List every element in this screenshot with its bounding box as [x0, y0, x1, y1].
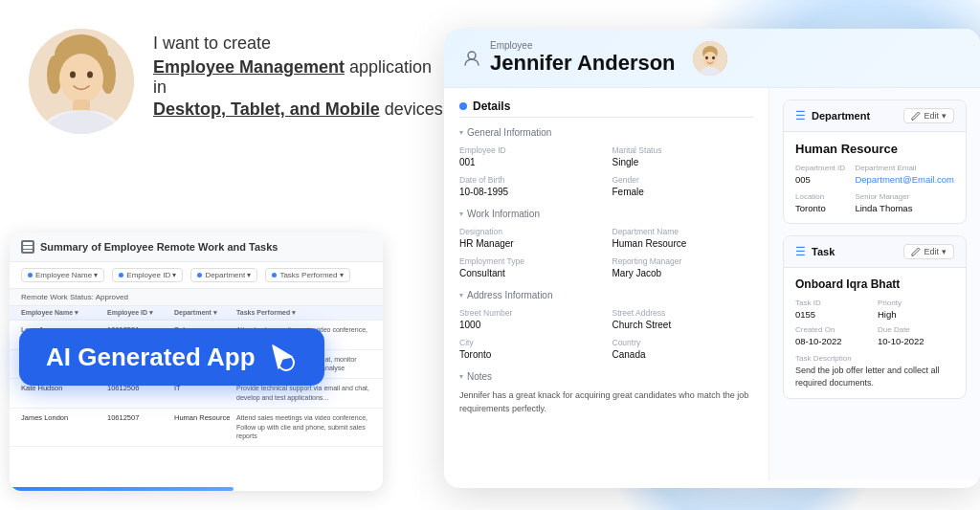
app-name-bold: Employee Management: [153, 57, 345, 77]
dept-id-field: Department ID 005: [795, 164, 847, 185]
gender-value: Female: [612, 187, 754, 197]
employee-label: Employee: [490, 40, 676, 51]
task-card-header: ☰ Task Edit ▾: [784, 236, 966, 268]
subsection-arrow-general: ▾: [459, 128, 463, 137]
address-label: Address Information: [467, 290, 553, 300]
address-subsection[interactable]: ▾ Address Information: [459, 290, 753, 300]
th-tasks: Tasks Performed ▾: [236, 309, 371, 317]
dept-email-field: Department Email Department@Email.com: [855, 164, 954, 185]
employee-header-info: Employee Jennifer Anderson: [490, 40, 676, 76]
emp-type-label: Employment Type: [459, 256, 601, 266]
dept-email-label: Department Email: [855, 164, 954, 172]
street-addr-value: Church Street: [612, 320, 754, 330]
dept-email-value: Department@Email.com: [855, 174, 954, 185]
field-street-num: Street Number 1000: [459, 308, 601, 330]
reporting-label: Reporting Manager: [612, 256, 754, 266]
td-task-3: Provide technical support via email and …: [236, 384, 371, 403]
filter-dot-2: [119, 273, 123, 277]
field-dob: Date of Birth 10-08-1995: [459, 175, 601, 197]
preview-header: Summary of Employee Remote Work and Task…: [10, 233, 383, 262]
status-label: Remote Work Status: Approved: [21, 293, 128, 301]
dob-label: Date of Birth: [459, 175, 601, 185]
notes-subsection[interactable]: ▾ Notes: [459, 371, 753, 382]
street-num-value: 1000: [459, 320, 601, 330]
task-card-body: Onboard Iqra Bhatt Task ID 0155 Priority…: [784, 268, 966, 398]
address-fields: Street Number 1000 Street Address Church…: [459, 308, 753, 360]
details-section-header: Details: [459, 100, 753, 118]
field-street-addr: Street Address Church Street: [612, 308, 754, 330]
filter-department[interactable]: Department ▾: [190, 268, 257, 282]
svg-point-18: [712, 55, 715, 59]
devices-line: Desktop, Tablet, and Mobile devices: [153, 100, 450, 120]
task-fields-grid: Task ID 0155 Priority High Created On 08…: [795, 299, 954, 346]
preview-header-icon: [21, 240, 34, 254]
task-card-title: Task: [812, 246, 835, 257]
preview-progress-bar: [10, 487, 234, 491]
dept-id-label: Department ID: [795, 164, 847, 172]
td-name-4: James London: [21, 413, 107, 423]
filter-dot-4: [272, 273, 277, 277]
task-edit-pencil-icon: [911, 247, 921, 256]
svg-rect-11: [23, 250, 33, 252]
task-desc-value: Send the job offer letter and collect al…: [795, 365, 954, 388]
devices-bold: Desktop, Tablet, and Mobile: [153, 100, 380, 119]
field-designation: Designation HR Manager: [459, 227, 601, 249]
department-edit-arrow: ▾: [942, 111, 947, 121]
work-info-subsection[interactable]: ▾ Work Information: [459, 209, 753, 219]
want-to-text: I want to create: [153, 33, 450, 54]
preview-filters: Employee Name ▾ Employee ID ▾ Department…: [10, 262, 383, 289]
svg-point-4: [59, 54, 103, 103]
dept-name-value: Human Resource: [612, 238, 754, 249]
task-created-label: Created On: [795, 325, 872, 334]
city-value: Toronto: [459, 349, 601, 360]
task-priority-label: Priority: [878, 299, 954, 307]
details-title: Details: [473, 100, 510, 113]
subsection-arrow-notes: ▾: [459, 372, 463, 381]
country-value: Canada: [612, 349, 754, 360]
employee-app-panel: Employee Jennifer Anderson: [444, 29, 980, 488]
task-created-value: 08-10-2022: [795, 336, 872, 346]
filter-label-1: Employee Name ▾: [35, 271, 98, 279]
th-dept: Department ▾: [174, 309, 236, 317]
street-addr-label: Street Address: [612, 308, 754, 318]
filter-label-2: Employee ID ▾: [126, 271, 176, 279]
city-label: City: [459, 338, 601, 347]
task-edit-arrow: ▾: [942, 247, 947, 256]
dob-value: 10-08-1995: [459, 187, 601, 197]
designation-label: Designation: [459, 227, 601, 236]
employee-avatar-photo: [693, 41, 727, 76]
department-name: Human Resource: [795, 142, 954, 156]
subsection-arrow-work: ▾: [459, 210, 463, 218]
filter-label-4: Tasks Performed ▾: [279, 271, 343, 279]
notes-text: Jennifer has a great knack for acquiring…: [459, 389, 753, 415]
task-edit-button[interactable]: Edit ▾: [903, 244, 954, 259]
avatar: [29, 29, 134, 134]
field-gender: Gender Female: [612, 175, 754, 197]
filter-dot-1: [28, 273, 33, 277]
gender-label: Gender: [612, 175, 754, 185]
field-emp-type: Employment Type Consultant: [459, 256, 601, 278]
emp-id-label: Employee ID: [459, 145, 601, 155]
department-edit-button[interactable]: Edit ▾: [903, 108, 954, 123]
general-info-subsection[interactable]: ▾ General Information: [459, 127, 753, 138]
employee-name: Jennifer Anderson: [490, 51, 676, 76]
intro-text: I want to create Employee Management app…: [153, 29, 450, 120]
field-country: Country Canada: [612, 338, 754, 360]
task-description-field: Task Description Send the job offer lett…: [795, 354, 954, 388]
department-card-title: Department: [812, 110, 870, 122]
preview-table-header: Employee Name ▾ Employee ID ▾ Department…: [10, 306, 383, 321]
employee-header: Employee Jennifer Anderson: [444, 29, 980, 88]
filter-dot-3: [197, 273, 202, 277]
work-info-fields: Designation HR Manager Department Name H…: [459, 227, 753, 278]
main-container: I want to create Employee Management app…: [0, 0, 980, 510]
filter-employee-name[interactable]: Employee Name ▾: [21, 268, 104, 282]
emp-type-value: Consultant: [459, 268, 601, 278]
filter-employee-id[interactable]: Employee ID ▾: [112, 268, 183, 282]
filter-tasks[interactable]: Tasks Performed ▾: [265, 268, 349, 282]
td-id-4: 10612507: [107, 413, 174, 423]
svg-rect-9: [23, 242, 33, 245]
ai-generated-button[interactable]: AI Generated App: [19, 328, 324, 386]
preview-title: Summary of Employee Remote Work and Task…: [40, 241, 278, 253]
task-due-value: 10-10-2022: [878, 336, 954, 346]
left-section: I want to create Employee Management app…: [0, 0, 469, 510]
